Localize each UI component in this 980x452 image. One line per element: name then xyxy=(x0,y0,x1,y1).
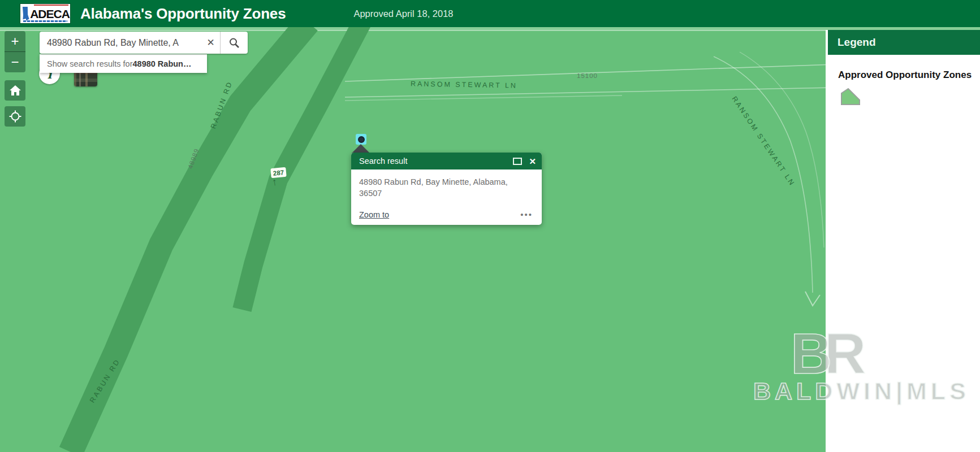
adeca-logo: ADECA xyxy=(20,4,70,23)
page-title: Alabama's Opportunity Zones xyxy=(80,5,286,23)
logo-tagline-bar xyxy=(23,20,67,22)
search-clear-button[interactable]: ✕ xyxy=(201,32,221,54)
popup-header: Search result ✕ xyxy=(351,153,542,169)
search-button[interactable] xyxy=(221,32,248,54)
home-button[interactable] xyxy=(5,80,25,101)
search-input[interactable] xyxy=(40,32,201,54)
logo-red-line xyxy=(34,5,68,6)
search-icon xyxy=(228,37,240,49)
popup-callout-arrow xyxy=(352,144,370,153)
approval-date-text: Approved April 18, 2018 xyxy=(353,8,453,19)
zoom-out-button[interactable]: − xyxy=(5,52,25,72)
search-result-pin[interactable] xyxy=(356,134,366,145)
popup-address-text: 48980 Rabun Rd, Bay Minette, Alabama, 36… xyxy=(351,169,517,199)
search-suggestion-item[interactable]: Show search results for 48980 Rabun… xyxy=(40,54,207,73)
zoom-control: + − xyxy=(5,31,25,72)
opportunity-zones-app: ADECA Alabama's Opportunity Zones Approv… xyxy=(0,0,980,452)
alabama-state-icon xyxy=(21,7,29,21)
logo-text: ADECA xyxy=(30,8,70,20)
pin-dot-icon xyxy=(358,136,365,143)
home-icon xyxy=(10,85,21,95)
suggestion-prefix: Show search results for xyxy=(47,59,133,68)
opportunity-zone-swatch-icon xyxy=(841,88,860,105)
search-widget: ✕ xyxy=(40,32,248,54)
legend-header: Legend xyxy=(828,30,980,55)
locate-icon xyxy=(9,110,21,123)
search-result-popup: Search result ✕ 48980 Rabun Rd, Bay Mine… xyxy=(351,153,542,225)
more-options-button[interactable]: ••• xyxy=(520,212,533,217)
maximize-icon[interactable] xyxy=(513,158,522,165)
address-label-15100: 15100 xyxy=(577,72,598,79)
legend-panel: Legend Approved Opportunity Zones xyxy=(826,30,980,452)
close-icon[interactable]: ✕ xyxy=(529,157,536,166)
legend-title: Legend xyxy=(837,36,876,49)
app-header: ADECA Alabama's Opportunity Zones Approv… xyxy=(0,0,980,27)
suggestion-term: 48980 Rabun… xyxy=(133,59,192,68)
popup-title: Search result xyxy=(359,157,513,166)
locate-button[interactable] xyxy=(5,106,25,127)
zoom-to-link[interactable]: Zoom to xyxy=(359,210,520,219)
zoom-in-button[interactable]: + xyxy=(5,31,25,51)
popup-footer: Zoom to ••• xyxy=(351,199,542,225)
legend-layer-name: Approved Opportunity Zones xyxy=(838,69,980,81)
